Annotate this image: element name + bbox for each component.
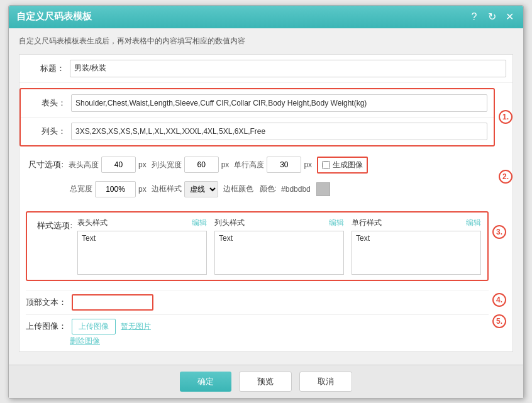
subtitle: 自定义尺码表模板表生成后，再对表格中的内容填写相应的数值内容 (19, 36, 513, 47)
header-style-edit[interactable]: 编辑 (192, 218, 207, 228)
dialog-title-bar: 自定义尺码表模板 ? ↻ ✕ (9, 6, 523, 28)
row-height-input[interactable] (267, 157, 301, 173)
size-options-label: 尺寸选项: (26, 159, 64, 170)
total-width-label: 总宽度 (70, 184, 92, 194)
size-options-row1: 尺寸选项: 表头高度 px 列头宽度 px 单行高度 (19, 152, 495, 179)
color-box[interactable] (316, 182, 330, 196)
color-prefix-label: 颜色: (260, 184, 277, 194)
delete-image-link[interactable]: 删除图像 (70, 336, 489, 346)
top-text-label: 顶部文本： (26, 297, 72, 308)
balloon-2: 2. (499, 170, 513, 184)
no-image-link[interactable]: 暂无图片 (121, 321, 151, 332)
border-style-label: 边框样式 (152, 184, 182, 194)
header-input[interactable] (71, 94, 487, 112)
row-style-edit[interactable]: 编辑 (466, 218, 481, 228)
col-style-item: 列头样式 编辑 Text (214, 218, 344, 275)
header-label: 表头： (27, 97, 71, 109)
upload-image-button[interactable]: 上传图像 (72, 319, 116, 334)
col-style-title: 列头样式 (214, 218, 245, 228)
generate-image-label: 生成图像 (333, 160, 363, 170)
title-label: 标题： (26, 63, 70, 74)
help-icon[interactable]: ? (468, 11, 480, 23)
col-width-label: 列头宽度 (152, 160, 182, 170)
color-value-text: #bdbdbd (281, 185, 311, 194)
header-height-label: 表头高度 (69, 160, 99, 170)
preview-button[interactable]: 预览 (239, 372, 292, 392)
balloon-3: 3. (492, 225, 506, 239)
row-style-title: 单行样式 (352, 218, 382, 228)
col-style-edit[interactable]: 编辑 (329, 218, 344, 228)
top-text-input[interactable] (72, 294, 153, 311)
total-width-unit: px (138, 185, 147, 194)
col-header-label: 列头： (27, 126, 71, 137)
row-style-preview: Text (352, 231, 481, 275)
row-height-label: 单行高度 (234, 160, 264, 170)
title-row: 标题： (19, 55, 513, 83)
col-header-row: 列头： (21, 118, 494, 145)
upload-image-label: 上传图像： (26, 321, 72, 332)
confirm-button[interactable]: 确定 (180, 372, 231, 392)
generate-image-item: 生成图像 (317, 157, 368, 174)
header-row: 表头： (21, 89, 494, 118)
bottom-bar: 确定 预览 取消 (9, 365, 523, 398)
border-color-label: 边框颜色 (223, 184, 253, 194)
header-style-preview: Text (77, 231, 207, 275)
col-width-input[interactable] (184, 157, 219, 173)
header-height-input[interactable] (101, 157, 136, 173)
balloon-1: 1. (499, 110, 513, 124)
cancel-button[interactable]: 取消 (299, 372, 352, 392)
col-style-preview: Text (214, 231, 344, 275)
refresh-icon[interactable]: ↻ (485, 11, 498, 23)
close-icon[interactable]: ✕ (503, 11, 516, 23)
style-options-row: 样式选项: 表头样式 编辑 Text (33, 218, 481, 275)
style-options-label: 样式选项: (33, 218, 77, 231)
row-style-item: 单行样式 编辑 Text (352, 218, 481, 275)
header-style-title: 表头样式 (77, 218, 108, 228)
col-width-unit: px (221, 160, 230, 169)
balloon-5: 5. (492, 314, 506, 328)
header-style-item: 表头样式 编辑 Text (77, 218, 207, 275)
total-width-input[interactable] (95, 181, 136, 197)
title-input[interactable] (70, 60, 506, 77)
size-options-row2: 总宽度 px 边框样式 虚线 边框颜色 颜色: (64, 179, 495, 202)
border-style-select[interactable]: 虚线 (184, 181, 218, 197)
col-header-input[interactable] (71, 123, 487, 140)
row-height-unit: px (304, 160, 312, 169)
dialog-title: 自定义尺码表模板 (16, 11, 92, 23)
generate-image-checkbox[interactable] (322, 161, 330, 169)
header-height-unit: px (138, 160, 147, 169)
balloon-4: 4. (492, 293, 506, 307)
